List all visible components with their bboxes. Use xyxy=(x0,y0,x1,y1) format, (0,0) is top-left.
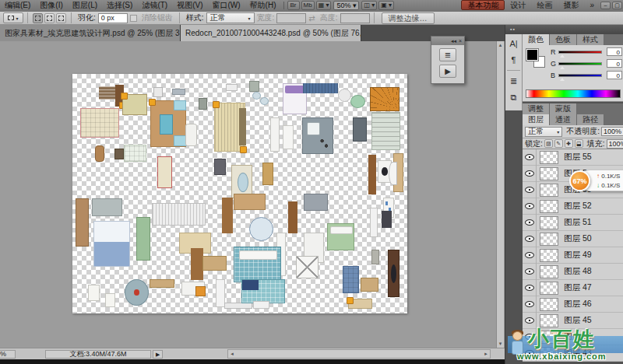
layer-thumbnail[interactable] xyxy=(540,265,558,278)
lock-position-icon[interactable]: ✚ xyxy=(565,139,573,148)
visibility-toggle[interactable] xyxy=(523,182,537,198)
scroll-down-icon[interactable]: ▾ xyxy=(497,340,504,348)
visibility-toggle[interactable] xyxy=(523,296,537,313)
color-spectrum-ramp[interactable] xyxy=(526,89,621,98)
menu-item-编辑(E)[interactable]: 编辑(E) xyxy=(0,0,35,11)
menu-item-窗口(W)[interactable]: 窗口(W) xyxy=(208,0,245,11)
layer-thumbnail[interactable] xyxy=(540,184,558,197)
document-tab[interactable]: Redocn_2010071000443248.psd @ 50% (图层 76… xyxy=(181,25,361,41)
channel-value-input[interactable]: 0 xyxy=(607,59,622,68)
layer-row[interactable]: 图层 51 xyxy=(523,215,623,231)
launch-mini-bridge-icon[interactable]: Mb xyxy=(301,1,315,10)
opacity-input[interactable]: 100% xyxy=(601,127,623,136)
slider-thumb-icon[interactable] xyxy=(560,54,565,58)
lock-transparency-icon[interactable]: ▨ xyxy=(544,139,553,148)
tab-路径[interactable]: 路径 xyxy=(577,114,604,125)
layer-row[interactable]: 图层 55 xyxy=(523,149,623,166)
status-flyout-button[interactable]: ▶ xyxy=(153,350,163,359)
close-icon[interactable]: × xyxy=(459,38,462,44)
zoom-level-dropdown[interactable]: 50% ▾ xyxy=(333,1,359,10)
visibility-toggle[interactable] xyxy=(523,166,537,182)
screen-mode-icon[interactable]: ▣ ▾ xyxy=(378,1,394,10)
layer-thumbnail[interactable] xyxy=(540,282,558,295)
menu-item-视图(V)[interactable]: 视图(V) xyxy=(172,0,207,11)
collapse-panel-icon[interactable]: ◂◂ xyxy=(451,38,456,44)
slider-thumb-icon[interactable] xyxy=(560,78,565,81)
visibility-toggle[interactable] xyxy=(523,231,537,247)
workspace-绘画[interactable]: 绘画 xyxy=(531,0,558,11)
view-extras-icon[interactable]: ▦ ▾ xyxy=(316,1,332,10)
channel-value-input[interactable]: 0 xyxy=(607,47,622,56)
tab-样式[interactable]: 样式 xyxy=(577,34,604,45)
history-snapshot-button[interactable]: ≣ xyxy=(439,48,456,61)
style-dropdown[interactable]: 正常 ▾ xyxy=(206,12,255,23)
document-canvas[interactable] xyxy=(72,74,407,313)
scroll-up-icon[interactable]: ▴ xyxy=(497,41,504,49)
layer-comps-panel-icon[interactable]: ⧉ xyxy=(507,90,521,104)
layer-thumbnail[interactable] xyxy=(540,151,558,164)
workspace-基本功能[interactable]: 基本功能 xyxy=(461,0,505,10)
visibility-toggle[interactable] xyxy=(523,247,537,264)
visibility-toggle[interactable] xyxy=(523,215,537,231)
tab-调整[interactable]: 调整 xyxy=(523,103,550,114)
tab-蒙版[interactable]: 蒙版 xyxy=(550,103,577,114)
speed-percent-badge[interactable]: 67% xyxy=(569,170,590,191)
visibility-toggle[interactable] xyxy=(523,149,537,166)
layer-thumbnail[interactable] xyxy=(540,249,558,262)
channel-slider[interactable] xyxy=(558,51,602,54)
refine-edge-button[interactable]: 调整边缘… xyxy=(382,12,435,24)
character-panel-icon[interactable]: A| xyxy=(507,37,521,51)
add-selection-button[interactable] xyxy=(44,13,55,23)
scroll-right-icon[interactable]: ▸ xyxy=(482,350,490,358)
status-zoom-input[interactable]: 50% xyxy=(0,350,16,359)
menu-item-图层(L)[interactable]: 图层(L) xyxy=(68,0,102,11)
layer-row[interactable]: 图层 46 xyxy=(523,296,623,313)
fill-input[interactable]: 100% xyxy=(607,139,623,149)
layer-thumbnail[interactable] xyxy=(540,233,558,246)
tool-preset-picker[interactable]: ▾ xyxy=(3,12,23,23)
menu-item-图像(I)[interactable]: 图像(I) xyxy=(35,0,67,11)
network-speed-overlay[interactable]: ↑ 0.1K/S ↓ 0.1K/S 67% xyxy=(569,169,623,193)
layer-row[interactable]: 图层 49 xyxy=(523,247,623,264)
arrange-documents-icon[interactable]: ◫ ▾ xyxy=(361,1,377,10)
lock-all-icon[interactable]: ⬓ xyxy=(575,139,583,148)
play-action-button[interactable]: ▶ xyxy=(439,65,456,78)
channel-value-input[interactable]: 0 xyxy=(607,71,622,79)
menu-item-帮助(H)[interactable]: 帮助(H) xyxy=(245,0,281,11)
info-panel-icon[interactable]: ≣ xyxy=(507,74,521,88)
layer-thumbnail[interactable] xyxy=(540,216,558,229)
visibility-toggle[interactable] xyxy=(523,198,537,215)
channel-slider[interactable] xyxy=(558,62,602,65)
slider-thumb-icon[interactable] xyxy=(560,66,565,69)
subtract-selection-button[interactable] xyxy=(56,13,66,23)
dock-header[interactable]: ▪▪ xyxy=(505,25,623,34)
blend-mode-dropdown[interactable]: 正常 ▾ xyxy=(525,127,562,137)
floating-panel-titlebar[interactable]: ◂◂ × xyxy=(431,37,464,45)
floating-panel[interactable]: ◂◂ × ≣ ▶ xyxy=(431,36,465,84)
layer-row[interactable]: 图层 48 xyxy=(523,264,623,280)
paragraph-panel-icon[interactable]: ¶ xyxy=(507,53,521,67)
restore-button[interactable]: ▢ xyxy=(612,2,622,9)
visibility-toggle[interactable] xyxy=(523,264,537,280)
workspace-设计[interactable]: 设计 xyxy=(505,0,531,11)
vertical-scrollbar[interactable]: ▴ ▾ xyxy=(496,41,504,348)
foreground-color-swatch[interactable] xyxy=(526,49,538,61)
tab-通道[interactable]: 通道 xyxy=(550,114,577,125)
layer-thumbnail[interactable] xyxy=(540,167,558,180)
launch-bridge-icon[interactable]: Br xyxy=(287,1,300,10)
layer-thumbnail[interactable] xyxy=(540,298,558,311)
antialias-checkbox[interactable] xyxy=(130,15,137,22)
layer-row[interactable]: 图层 52 xyxy=(523,198,623,215)
feather-input[interactable]: 0 px xyxy=(98,13,128,23)
tab-色板[interactable]: 色板 xyxy=(550,34,577,45)
minimize-button[interactable]: ‒ xyxy=(600,2,611,9)
scroll-left-icon[interactable]: ◂ xyxy=(228,350,236,358)
channel-slider[interactable] xyxy=(558,74,602,77)
visibility-toggle[interactable] xyxy=(523,280,537,296)
workspace-overflow-button[interactable]: » xyxy=(584,0,600,11)
layer-row[interactable]: 图层 50 xyxy=(523,231,623,247)
menu-item-选择(S)[interactable]: 选择(S) xyxy=(102,0,137,11)
document-tab[interactable]: 图家具素材_埃克思建筑设计网.psd @ 25% (图层 35, RGB/8#)… xyxy=(0,25,181,41)
workspace-摄影[interactable]: 摄影 xyxy=(558,0,584,11)
layer-thumbnail[interactable] xyxy=(540,200,558,213)
